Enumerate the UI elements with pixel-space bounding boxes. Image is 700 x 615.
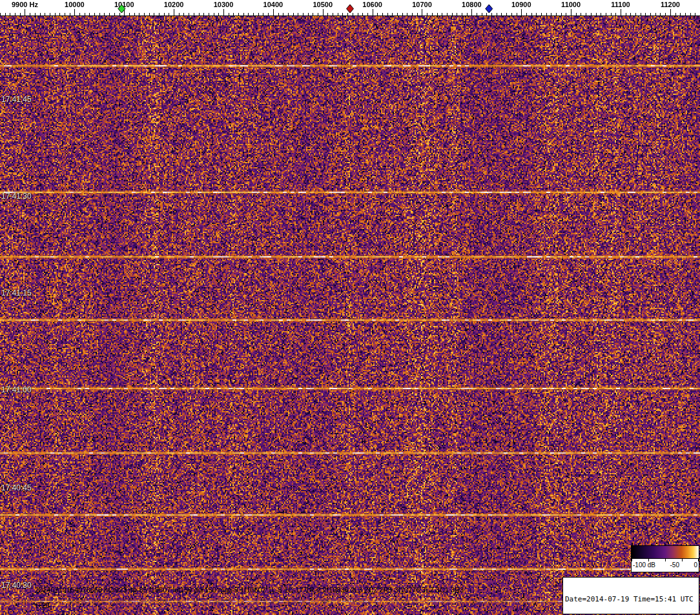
legend-ticks (632, 559, 699, 561)
legend-label-mid: -50 (670, 561, 679, 569)
detection-status-text: 20140719154026668 hCnt23 nb-85 f10607 hi… (35, 586, 464, 594)
legend-label-min: -100 dB (633, 561, 655, 569)
observation-info-box: Date=2014-07-19 Time=15:41 UTC Freq=143 … (562, 577, 699, 614)
legend-tick (698, 559, 699, 561)
legend-tick (648, 559, 649, 561)
legend-labels: -100 dB -50 0 (632, 561, 699, 569)
intensity-scale-legend: -100 dB -50 0 (631, 545, 699, 572)
spectrogram-waterfall (0, 16, 700, 615)
trigger-status-text: ^t+26 (32, 601, 50, 609)
legend-tick (682, 559, 683, 561)
legend-tick (632, 559, 632, 561)
legend-tick (665, 559, 666, 561)
spectrogram-app: 17:41:4517:41:3017:41:1517:41:0017:40:45… (0, 0, 700, 615)
frequency-ruler (0, 0, 700, 16)
legend-label-max: 0 (694, 561, 697, 569)
info-date-line: Date=2014-07-19 Time=15:41 UTC (565, 595, 697, 603)
colormap-gradient-bar (632, 546, 699, 559)
